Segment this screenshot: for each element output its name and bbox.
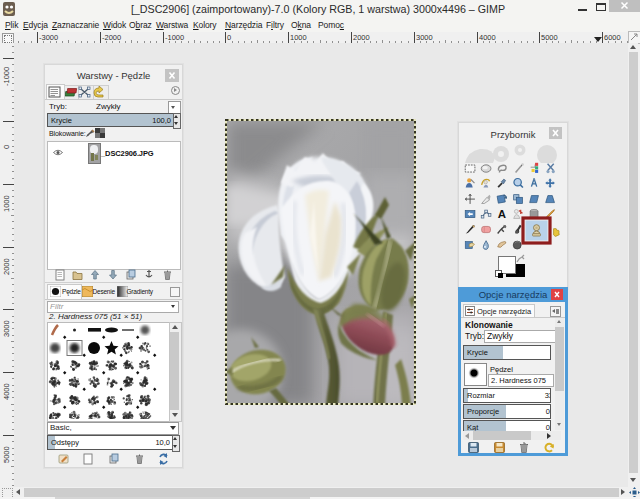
svg-text:0: 0 (227, 33, 231, 42)
svg-text:A: A (498, 208, 506, 220)
svg-text:2000: 2000 (353, 33, 370, 42)
svg-text:-1000: -1000 (165, 33, 184, 42)
svg-text:4000: 4000 (2, 383, 11, 400)
svg-text:3000: 3000 (416, 33, 433, 42)
svg-text:-3000: -3000 (39, 33, 58, 42)
svg-text:0: 0 (2, 145, 11, 149)
svg-text:5000: 5000 (2, 446, 11, 463)
svg-text:1000: 1000 (2, 195, 11, 212)
svg-text:5000: 5000 (541, 33, 558, 42)
svg-text:4000: 4000 (479, 33, 496, 42)
svg-text:2000: 2000 (2, 258, 11, 275)
svg-text:3000: 3000 (2, 320, 11, 337)
svg-text:1000: 1000 (290, 33, 307, 42)
svg-text:6000: 6000 (604, 33, 621, 42)
svg-text:-2000: -2000 (102, 33, 121, 42)
svg-text:-1000: -1000 (2, 67, 11, 86)
